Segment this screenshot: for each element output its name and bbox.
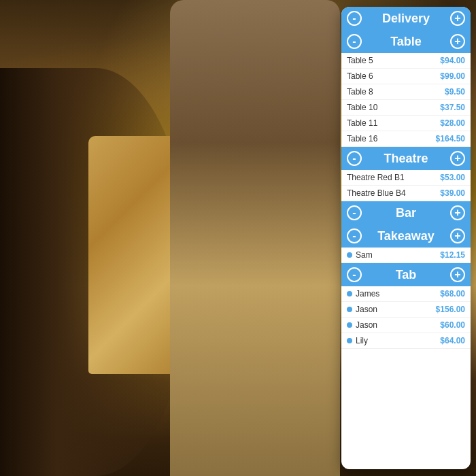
bar-collapse-button[interactable]: - <box>347 205 362 220</box>
list-item[interactable]: Table 10$37.50 <box>341 100 471 116</box>
item-price-label: $68.00 <box>440 289 465 299</box>
list-item[interactable]: Jason$60.00 <box>341 318 471 333</box>
status-dot <box>347 322 352 328</box>
list-item[interactable]: Sam$12.15 <box>341 248 471 263</box>
list-item[interactable]: Jason$156.00 <box>341 302 471 318</box>
item-name-label: James <box>356 289 379 299</box>
table-collapse-button[interactable]: - <box>347 34 362 49</box>
tab-section-title: Tab <box>362 268 450 282</box>
table-add-button[interactable]: + <box>450 34 465 49</box>
list-item[interactable]: Table 11$28.00 <box>341 116 471 131</box>
theatre-items: Theatre Red B1$53.00Theatre Blue B4$39.0… <box>341 170 471 201</box>
delivery-section-title: Delivery <box>362 12 450 26</box>
theatre-section-title: Theatre <box>362 152 450 166</box>
theatre-add-button[interactable]: + <box>450 151 465 166</box>
tab-collapse-button[interactable]: - <box>347 267 362 282</box>
theatre-collapse-button[interactable]: - <box>347 151 362 166</box>
status-dot <box>347 252 352 258</box>
item-price-label: $9.50 <box>445 87 465 97</box>
item-name-label: Theatre Blue B4 <box>347 188 406 198</box>
orders-panel: -Delivery+-Table+Table 5$94.00Table 6$99… <box>341 7 471 469</box>
section-header-delivery: -Delivery+ <box>341 7 471 30</box>
table-items: Table 5$94.00Table 6$99.00Table 8$9.50Ta… <box>341 53 471 147</box>
table-section-title: Table <box>362 35 450 49</box>
takeaway-section-title: Takeaway <box>362 229 450 243</box>
status-dot <box>347 307 352 312</box>
section-header-takeaway: -Takeaway+ <box>341 224 471 248</box>
takeaway-collapse-button[interactable]: - <box>347 228 362 243</box>
section-header-tab: -Tab+ <box>341 263 471 286</box>
item-price-label: $94.00 <box>440 56 465 65</box>
item-name-label: Jason <box>356 305 377 314</box>
item-price-label: $39.00 <box>440 188 465 198</box>
item-name-label: Lily <box>356 336 368 345</box>
item-name-label: Theatre Red B1 <box>347 173 405 182</box>
list-item[interactable]: Theatre Red B1$53.00 <box>341 170 471 186</box>
section-header-theatre: -Theatre+ <box>341 147 471 170</box>
list-item[interactable]: Lily$64.00 <box>341 333 471 349</box>
item-name-label: Table 10 <box>347 103 377 112</box>
section-header-bar: -Bar+ <box>341 201 471 224</box>
status-dot <box>347 338 352 343</box>
item-name-label: Table 8 <box>347 87 373 97</box>
bar-section-title: Bar <box>362 206 450 220</box>
item-price-label: $156.00 <box>436 305 465 314</box>
item-name-label: Jason <box>356 320 377 330</box>
item-price-label: $64.00 <box>440 336 465 345</box>
list-item[interactable]: Theatre Blue B4$39.00 <box>341 186 471 201</box>
item-name-label: Table 11 <box>347 118 377 128</box>
list-item[interactable]: Table 5$94.00 <box>341 53 471 69</box>
item-price-label: $12.15 <box>440 250 465 260</box>
item-name-label: Table 5 <box>347 56 373 65</box>
status-dot <box>347 291 352 296</box>
list-item[interactable]: Table 6$99.00 <box>341 69 471 84</box>
bar-add-button[interactable]: + <box>450 205 465 220</box>
item-price-label: $164.50 <box>436 134 465 143</box>
tab-items: James$68.00Jason$156.00Jason$60.00Lily$6… <box>341 286 471 349</box>
takeaway-items: Sam$12.15 <box>341 248 471 263</box>
item-name-label: Table 16 <box>347 134 377 143</box>
item-name-label: Sam <box>356 250 373 260</box>
delivery-collapse-button[interactable]: - <box>347 11 362 26</box>
item-name-label: Table 6 <box>347 71 373 81</box>
item-price-label: $60.00 <box>440 320 465 330</box>
item-price-label: $99.00 <box>440 71 465 81</box>
tab-add-button[interactable]: + <box>450 267 465 282</box>
item-price-label: $28.00 <box>440 118 465 128</box>
list-item[interactable]: Table 16$164.50 <box>341 131 471 147</box>
item-price-label: $37.50 <box>440 103 465 112</box>
takeaway-add-button[interactable]: + <box>450 228 465 243</box>
item-price-label: $53.00 <box>440 173 465 182</box>
list-item[interactable]: Table 8$9.50 <box>341 84 471 100</box>
list-item[interactable]: James$68.00 <box>341 286 471 302</box>
delivery-add-button[interactable]: + <box>450 11 465 26</box>
section-header-table: -Table+ <box>341 30 471 53</box>
